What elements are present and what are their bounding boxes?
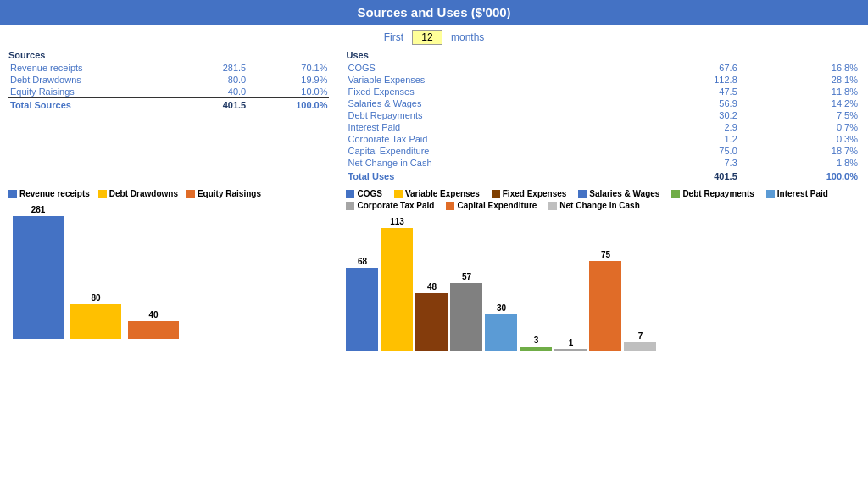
- bar-group: 1: [554, 338, 587, 351]
- bar-group: 3: [520, 336, 552, 351]
- sources-total-value: 401.5: [186, 98, 248, 112]
- bar-label: 48: [427, 282, 437, 292]
- legend-item: Corporate Tax Paid: [346, 201, 434, 210]
- bar-group: 113: [381, 217, 413, 351]
- use-value-6: 2.9: [647, 121, 739, 133]
- bar-label: 57: [462, 272, 471, 281]
- use-pct-5: 7.5%: [739, 109, 860, 121]
- legend-color: [766, 190, 775, 198]
- legend-label: Revenue receipts: [19, 189, 90, 198]
- uses-legend: COGSVariable ExpensesFixed ExpensesSalar…: [346, 189, 860, 210]
- uses-total-label: Total Uses: [346, 169, 647, 183]
- table-row: Equity Raisings 40.0 10.0%: [8, 86, 329, 98]
- sources-table: Revenue receipts 281.5 70.1% Debt Drawdo…: [8, 62, 329, 111]
- source-value-3: 40.0: [186, 86, 248, 98]
- legend-label: Debt Repayments: [682, 189, 754, 198]
- bar-label: 3: [534, 336, 539, 345]
- use-value-2: 112.8: [647, 74, 739, 86]
- sources-total-row: Total Sources 401.5 100.0%: [8, 98, 329, 112]
- uses-total-value: 401.5: [647, 169, 739, 183]
- source-label-1: Revenue receipts: [8, 62, 186, 74]
- source-value-1: 281.5: [186, 62, 248, 74]
- bar-group: 40: [128, 310, 179, 339]
- sources-bars: 281 80 40: [8, 203, 329, 339]
- legend-color: [548, 202, 557, 210]
- legend-label: Equity Raisings: [198, 189, 261, 198]
- source-pct-1: 70.1%: [248, 62, 329, 74]
- bar-label: 7: [638, 331, 643, 341]
- legend-label: Salaries & Wages: [589, 189, 659, 198]
- legend-item: Revenue receipts: [8, 189, 90, 198]
- use-pct-6: 0.7%: [739, 121, 860, 133]
- months-label: months: [451, 31, 484, 43]
- uses-chart: COGSVariable ExpensesFixed ExpensesSalar…: [337, 189, 860, 351]
- use-label-1: COGS: [346, 62, 647, 74]
- bar-label: 68: [358, 257, 367, 266]
- use-value-4: 56.9: [647, 97, 739, 109]
- legend-color: [346, 190, 354, 198]
- legend-label: Capital Expenditure: [457, 201, 537, 210]
- use-value-3: 47.5: [647, 86, 739, 97]
- bar-group: 80: [70, 293, 121, 339]
- legend-color: [492, 190, 500, 198]
- legend-item: Debt Drawdowns: [98, 189, 178, 198]
- table-row: Fixed Expenses 47.5 11.8%: [346, 86, 860, 97]
- use-label-4: Salaries & Wages: [346, 97, 647, 109]
- legend-color: [394, 190, 403, 198]
- legend-label: Corporate Tax Paid: [357, 201, 434, 210]
- use-pct-7: 0.3%: [739, 133, 860, 145]
- legend-label: COGS: [357, 189, 381, 198]
- main-content: Sources Revenue receipts 281.5 70.1% Deb…: [0, 50, 868, 182]
- bar-group: 30: [485, 303, 517, 351]
- use-pct-8: 18.7%: [739, 145, 860, 157]
- use-pct-9: 1.8%: [739, 157, 860, 169]
- sources-section: Sources Revenue receipts 281.5 70.1% Deb…: [8, 50, 337, 182]
- charts-section: Revenue receiptsDebt DrawdownsEquity Rai…: [0, 182, 868, 351]
- uses-header: Uses: [346, 50, 860, 60]
- legend-item: Variable Expenses: [394, 189, 480, 198]
- legend-color: [346, 202, 354, 210]
- legend-item: Net Change in Cash: [548, 201, 639, 210]
- use-label-7: Corporate Tax Paid: [346, 133, 647, 145]
- use-label-8: Capital Expenditure: [346, 145, 647, 157]
- legend-color: [671, 190, 680, 198]
- legend-item: Salaries & Wages: [578, 189, 659, 198]
- use-value-9: 7.3: [647, 157, 739, 169]
- use-pct-2: 28.1%: [739, 74, 860, 86]
- legend-item: Capital Expenditure: [446, 201, 537, 210]
- table-row: Net Change in Cash 7.3 1.8%: [346, 157, 860, 169]
- months-input[interactable]: 12: [412, 30, 442, 45]
- legend-color: [98, 190, 107, 198]
- use-label-6: Interest Paid: [346, 121, 647, 133]
- source-pct-3: 10.0%: [248, 86, 329, 98]
- sources-header: Sources: [8, 50, 329, 60]
- use-label-2: Variable Expenses: [346, 74, 647, 86]
- bar-group: 57: [450, 272, 482, 351]
- sources-legend: Revenue receiptsDebt DrawdownsEquity Rai…: [8, 189, 329, 198]
- use-value-8: 75.0: [647, 145, 739, 157]
- bar-label: 113: [390, 217, 404, 226]
- bar-label: 30: [497, 303, 506, 313]
- table-row: Revenue receipts 281.5 70.1%: [8, 62, 329, 74]
- legend-color: [186, 190, 195, 198]
- legend-label: Variable Expenses: [405, 189, 480, 198]
- legend-label: Interest Paid: [777, 189, 828, 198]
- bar: [485, 314, 517, 351]
- use-pct-4: 14.2%: [739, 97, 860, 109]
- table-row: Debt Drawdowns 80.0 19.9%: [8, 74, 329, 86]
- source-label-3: Equity Raisings: [8, 86, 186, 98]
- bar-group: 48: [415, 282, 448, 351]
- legend-color: [446, 202, 454, 210]
- legend-label: Net Change in Cash: [559, 201, 639, 210]
- bar: [589, 261, 621, 351]
- use-value-5: 30.2: [647, 109, 739, 121]
- use-value-7: 1.2: [647, 133, 739, 145]
- bar: [346, 268, 378, 351]
- uses-table: COGS 67.6 16.8% Variable Expenses 112.8 …: [346, 62, 860, 182]
- bar-label: 80: [91, 293, 100, 303]
- legend-item: Equity Raisings: [186, 189, 261, 198]
- bar-label: 1: [569, 338, 574, 347]
- months-row: First 12 months: [0, 25, 868, 50]
- use-label-5: Debt Repayments: [346, 109, 647, 121]
- sources-chart: Revenue receiptsDebt DrawdownsEquity Rai…: [8, 189, 337, 351]
